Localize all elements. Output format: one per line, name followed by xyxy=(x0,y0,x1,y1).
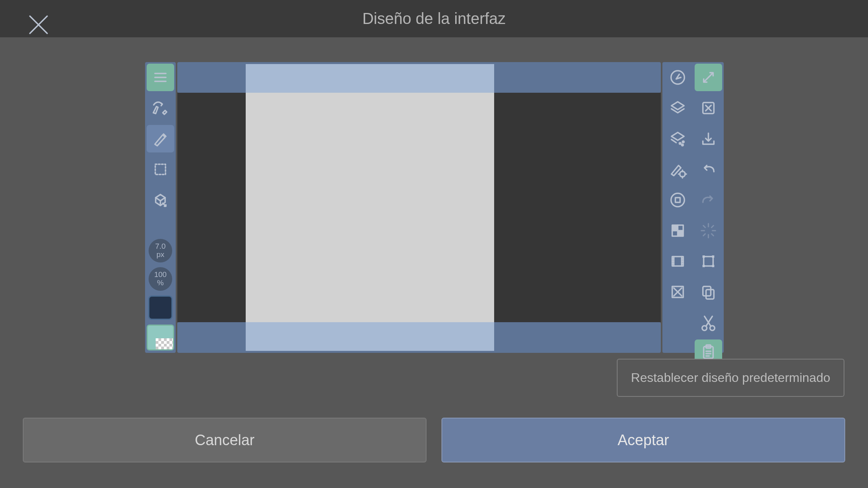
top-strip xyxy=(246,64,494,93)
primary-color-swatch[interactable] xyxy=(148,295,173,320)
swap-tool-icon[interactable] xyxy=(147,94,174,122)
no-symmetry-icon[interactable] xyxy=(664,278,691,306)
page-title: Diseño de la interfaz xyxy=(362,10,506,28)
import-icon[interactable] xyxy=(695,125,722,152)
redo-icon[interactable] xyxy=(695,186,722,214)
layout-preview: 7.0 px 100 % xyxy=(145,62,724,353)
filmstrip-icon[interactable] xyxy=(664,248,691,275)
cancel-button[interactable]: Cancelar xyxy=(23,418,427,462)
canvas[interactable] xyxy=(177,93,661,322)
svg-rect-26 xyxy=(712,265,714,267)
copy-icon[interactable] xyxy=(695,278,722,306)
opacity-value: 100 xyxy=(154,271,167,279)
svg-line-20 xyxy=(712,226,714,227)
svg-line-21 xyxy=(703,234,705,236)
navigator-icon[interactable] xyxy=(664,64,691,91)
svg-rect-28 xyxy=(706,290,714,299)
record-icon[interactable] xyxy=(664,186,691,214)
svg-rect-27 xyxy=(703,286,711,296)
right-toolbar-b[interactable] xyxy=(693,62,724,353)
bottom-toolbar[interactable] xyxy=(177,322,661,353)
canvas-zone xyxy=(177,62,661,353)
left-toolbar[interactable]: 7.0 px 100 % xyxy=(145,62,176,353)
reset-layout-button[interactable]: Restablecer diseño predeterminado xyxy=(617,359,844,397)
accept-button[interactable]: Aceptar xyxy=(441,418,845,462)
selection-tool-icon[interactable] xyxy=(147,156,174,183)
button-bar: Cancelar Aceptar xyxy=(23,418,845,462)
close-button[interactable] xyxy=(28,14,50,36)
svg-rect-24 xyxy=(712,255,714,258)
pen-tool-icon[interactable] xyxy=(147,125,174,152)
svg-line-19 xyxy=(712,234,714,236)
undo-icon[interactable] xyxy=(695,156,722,183)
transform-icon[interactable] xyxy=(695,248,722,275)
cut-icon[interactable] xyxy=(695,309,722,336)
fullscreen-icon[interactable] xyxy=(695,64,722,91)
svg-point-6 xyxy=(671,193,684,207)
layer-fx-icon[interactable] xyxy=(664,125,691,152)
grid-icon[interactable] xyxy=(664,217,691,244)
secondary-color-swatch[interactable] xyxy=(147,325,174,350)
right-toolbar-a[interactable] xyxy=(662,62,693,353)
svg-rect-9 xyxy=(672,225,678,231)
svg-point-3 xyxy=(682,141,684,143)
svg-point-4 xyxy=(682,144,683,146)
svg-rect-25 xyxy=(702,265,705,267)
menu-button[interactable] xyxy=(147,64,174,91)
svg-rect-7 xyxy=(675,198,680,202)
brush-settings-icon[interactable] xyxy=(664,156,691,183)
reference-tool-icon[interactable] xyxy=(147,186,174,214)
brush-size-value: 7.0 xyxy=(155,242,166,251)
opacity-indicator[interactable]: 100 % xyxy=(149,267,172,291)
clear-icon[interactable] xyxy=(695,94,722,122)
svg-rect-23 xyxy=(702,255,705,258)
bottom-strip xyxy=(246,322,494,351)
loading-icon[interactable] xyxy=(695,217,722,244)
header: Diseño de la interfaz xyxy=(0,0,868,37)
brush-size-unit: px xyxy=(156,251,164,259)
svg-line-18 xyxy=(703,226,705,227)
opacity-unit: % xyxy=(157,279,164,287)
svg-point-2 xyxy=(679,143,681,144)
canvas-page xyxy=(246,93,494,322)
svg-rect-0 xyxy=(155,164,166,174)
top-toolbar[interactable] xyxy=(177,62,661,93)
svg-rect-22 xyxy=(704,257,713,266)
layers-icon[interactable] xyxy=(664,94,691,122)
svg-rect-10 xyxy=(678,231,683,236)
brush-size-indicator[interactable]: 7.0 px xyxy=(149,239,172,262)
